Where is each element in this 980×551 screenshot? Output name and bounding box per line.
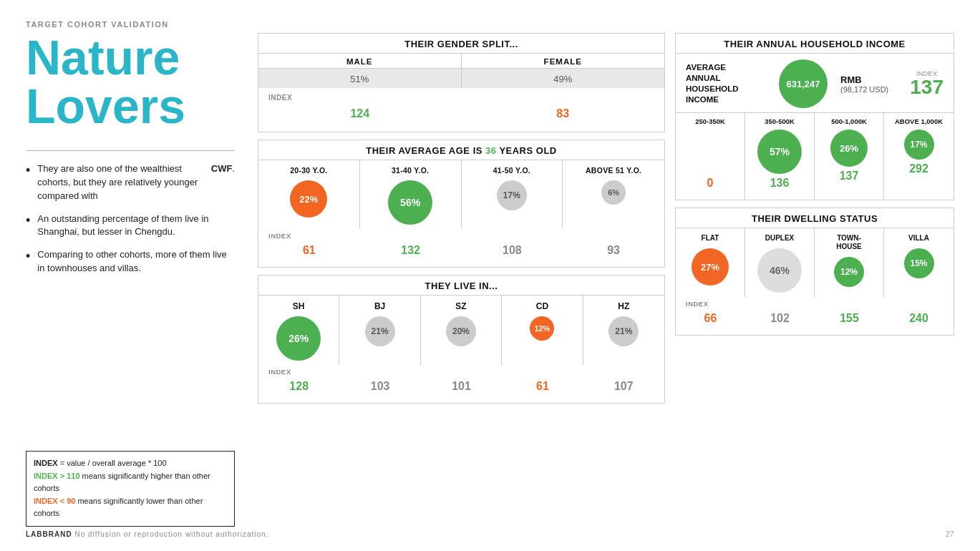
dwelling-townhouse-circle: 12% <box>834 257 864 287</box>
income-range-col-3: ABOVE 1,000K 17% 292 <box>884 113 954 200</box>
income-range-index-0: 0 <box>707 174 714 195</box>
dwelling-villa-circle: 15% <box>904 248 934 278</box>
dwelling-index-villa: 240 <box>884 309 954 331</box>
dwelling-villa: VILLA 15% <box>884 228 954 297</box>
age-title: THEIR AVERAGE AGE IS 36 YEARS OLD <box>258 140 664 160</box>
age-col-2: 41-50 Y.O. 17% <box>462 160 563 229</box>
city-index-cd: 61 <box>502 377 583 399</box>
bullets-list: They are also one of the wealthiest coho… <box>26 162 235 285</box>
gender-split-box: THEIR GENDER SPLIT... MALE FEMALE 51% 49… <box>258 33 665 132</box>
income-range-col-2: 500-1,000K 26% 137 <box>815 113 884 200</box>
dwelling-townhouse-label: TOWN-HOUSE <box>836 234 862 251</box>
city-box: THEY LIVE IN... SH 26% BJ 21% SZ 20% <box>258 275 665 404</box>
income-usd: (98,172 USD) <box>840 85 888 94</box>
income-range-grid: 250-350K 0 350-500K 57% 136 500-1,000K 2… <box>676 112 954 200</box>
city-col-sz: SZ 20% <box>421 296 502 365</box>
city-index-bj: 103 <box>339 377 420 399</box>
bullet-2: An outstanding percentage of them live i… <box>26 213 235 240</box>
city-col-sh: SH 26% <box>258 296 339 365</box>
age-index-3: 93 <box>563 241 664 263</box>
income-top: AVERAGEANNUALHOUSEHOLDINCOME 631,247 RMB… <box>676 53 954 112</box>
income-right: RMB (98,172 USD) <box>840 74 888 94</box>
center-panel: THEIR GENDER SPLIT... MALE FEMALE 51% 49… <box>248 33 675 527</box>
cohort-title: Nature Lovers <box>26 33 235 130</box>
age-col-1: 31-40 Y.O. 56% <box>360 160 462 229</box>
female-index: 83 <box>462 104 665 126</box>
income-range-header-2: 500-1,000K <box>831 117 867 125</box>
age-title-highlight: 36 <box>485 145 496 156</box>
income-title: THEIR ANNUAL HOUSEHOLD INCOME <box>676 34 954 53</box>
income-range-col-0: 250-350K 0 <box>676 113 745 200</box>
city-sh-circle: 26% <box>276 316 321 361</box>
page: TARGET COHORT VALIDATION Nature Lovers T… <box>0 0 980 551</box>
dwelling-index-section: INDEX 66 102 155 240 <box>676 297 954 335</box>
female-header: FEMALE <box>462 54 665 68</box>
city-col-hz: HZ 21% <box>583 296 664 365</box>
age-grid: 20-30 Y.O. 22% 31-40 Y.O. 56% 41-50 Y.O.… <box>258 160 664 229</box>
city-hz-circle: 21% <box>608 316 639 346</box>
age-col-2-header: 41-50 Y.O. <box>493 166 530 175</box>
age-col-0-circle: 22% <box>290 180 327 218</box>
age-col-3-header: ABOVE 51 Y.O. <box>586 166 641 175</box>
age-col-1-header: 31-40 Y.O. <box>392 166 429 175</box>
dwelling-duplex-circle: 46% <box>757 248 802 293</box>
income-index-val: 137 <box>910 77 943 97</box>
left-panel: Nature Lovers They are also one of the w… <box>26 33 248 527</box>
income-index-wrap: INDEX 137 <box>910 70 943 97</box>
dwelling-townhouse: TOWN-HOUSE 12% <box>815 228 884 297</box>
male-index: 124 <box>258 104 462 126</box>
age-col-0: 20-30 Y.O. 22% <box>258 160 360 229</box>
city-bj-circle: 21% <box>365 316 395 346</box>
age-index-label: INDEX <box>258 232 664 241</box>
legend-line2: INDEX > 110 means significantly higher t… <box>34 470 227 495</box>
income-circle-wrap: 631,247 <box>779 59 828 108</box>
footer-brand: LABBRAND No diffusion or reproduction wi… <box>26 530 268 538</box>
gender-header-row: MALE FEMALE <box>258 53 664 68</box>
city-index-sz: 101 <box>421 377 502 399</box>
dwelling-duplex: DUPLEX 46% <box>745 228 815 297</box>
age-index-0: 61 <box>258 241 360 263</box>
bullet-3: Comparing to other cohorts, more of them… <box>26 248 235 276</box>
male-pct: 51% <box>258 69 462 88</box>
income-range-circle-2: 26% <box>830 130 868 167</box>
city-index-section: INDEX 128 103 101 61 107 <box>258 365 664 403</box>
city-index-row: 128 103 101 61 107 <box>258 377 664 399</box>
income-avg-label: AVERAGEANNUALHOUSEHOLDINCOME <box>686 62 772 105</box>
bullet-1: They are also one of the wealthiest coho… <box>26 162 235 203</box>
age-index-2: 108 <box>462 241 563 263</box>
city-bj-label: BJ <box>374 301 385 311</box>
city-index-label: INDEX <box>258 368 664 377</box>
top-label: TARGET COHORT VALIDATION <box>26 20 954 29</box>
age-index-section: INDEX 61 132 108 93 <box>258 229 664 267</box>
income-range-col-1: 350-500K 57% 136 <box>745 113 815 200</box>
dwelling-index-townhouse: 155 <box>815 309 884 331</box>
city-index-hz: 107 <box>583 377 664 399</box>
age-col-1-circle: 56% <box>388 180 432 225</box>
title-line1: Nature <box>26 33 235 82</box>
age-col-0-header: 20-30 Y.O. <box>290 166 327 175</box>
dwelling-villa-label: VILLA <box>908 234 929 243</box>
city-title: THEY LIVE IN... <box>258 276 664 295</box>
footer-page: 27 <box>946 530 954 538</box>
income-range-circle-1: 57% <box>757 130 802 174</box>
city-sz-label: SZ <box>455 301 466 311</box>
age-col-3: ABOVE 51 Y.O. 6% <box>563 160 664 229</box>
city-col-cd: CD 12% <box>502 296 583 365</box>
age-col-2-circle: 17% <box>497 180 527 210</box>
age-index-row: 61 132 108 93 <box>258 241 664 263</box>
income-circle: 631,247 <box>779 59 828 108</box>
dwelling-box: THEIR DWELLING STATUS FLAT 27% DUPLEX 46… <box>675 208 954 336</box>
city-col-bj: BJ 21% <box>339 296 420 365</box>
gender-index-label: INDEX <box>258 91 664 102</box>
dwelling-index-flat: 66 <box>676 309 745 331</box>
dwelling-duplex-label: DUPLEX <box>765 234 795 243</box>
city-grid: SH 26% BJ 21% SZ 20% CD 12% <box>258 295 664 365</box>
income-range-index-2: 137 <box>840 167 859 188</box>
city-hz-label: HZ <box>618 301 629 311</box>
city-cd-label: CD <box>536 301 548 311</box>
legend-line3: INDEX < 90 means significantly lower tha… <box>34 495 227 520</box>
dwelling-flat-label: FLAT <box>702 234 719 243</box>
city-cd-circle: 12% <box>530 316 554 341</box>
income-range-circle-3: 17% <box>904 130 934 160</box>
income-range-index-1: 136 <box>770 174 790 195</box>
